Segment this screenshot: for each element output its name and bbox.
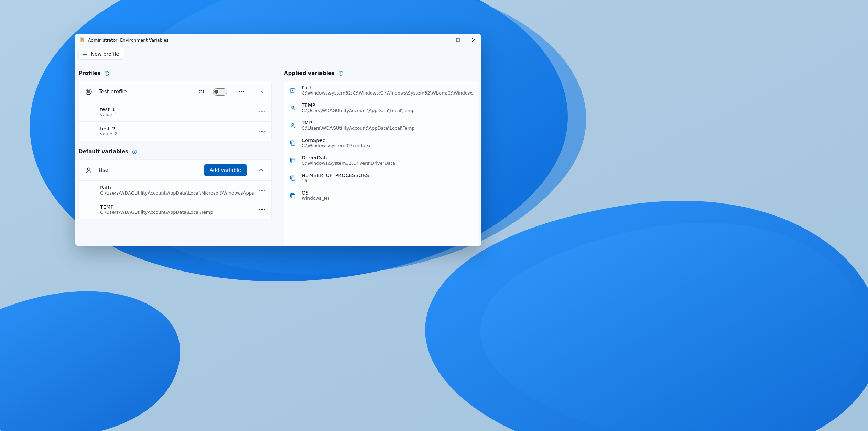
title-bar: Administrator: Environment Variables <box>75 34 481 46</box>
applied-variable-value: C:\Users\WDAGUtilityAccount\AppData\Loca… <box>302 108 473 113</box>
user-source-icon <box>289 104 296 111</box>
applied-variable-value: C:\Windows\System32\Drivers\DriverData <box>302 161 473 166</box>
applied-title: Applied variables <box>284 70 335 76</box>
svg-rect-31 <box>291 194 295 198</box>
applied-variable-value: 16 <box>302 178 473 183</box>
toolbar: + New profile <box>75 46 481 63</box>
profile-variable-row[interactable]: test_1 value_1 <box>79 102 271 121</box>
svg-point-22 <box>340 72 341 73</box>
variable-more-button[interactable] <box>257 107 267 117</box>
variable-value: C:\Users\WDAGUtilityAccount\AppData\Loca… <box>100 190 257 196</box>
applied-variable-value: C:\Windows\system32;C:\Windows;C:\Window… <box>302 90 473 96</box>
user-variables-header[interactable]: User Add variable <box>79 160 271 180</box>
svg-point-20 <box>87 168 90 170</box>
variable-more-button[interactable] <box>257 205 267 215</box>
applied-variable-row[interactable]: NUMBER_OF_PROCESSORS 16 <box>284 169 478 187</box>
default-vars-title: Default variables <box>78 148 128 155</box>
profile-card: Test profile Off test_1 value_1 <box>78 81 272 141</box>
user-variable-row[interactable]: Path C:\Users\WDAGUtilityAccount\AppData… <box>79 180 271 200</box>
svg-point-26 <box>292 106 294 108</box>
profiles-section-header: Profiles <box>78 70 272 76</box>
variable-name: test_1 <box>100 107 257 112</box>
variable-value: C:\Users\WDAGUtilityAccount\AppData\Loca… <box>100 210 257 215</box>
more-horizontal-icon <box>259 131 265 132</box>
svg-point-18 <box>134 150 135 151</box>
svg-rect-29 <box>291 159 295 163</box>
applied-variable-row[interactable]: OS Windows_NT <box>284 187 478 204</box>
variable-more-button[interactable] <box>257 126 267 136</box>
user-variable-row[interactable]: TEMP C:\Users\WDAGUtilityAccount\AppData… <box>79 200 271 219</box>
profile-icon <box>85 88 93 96</box>
svg-point-11 <box>106 72 107 73</box>
toggle-knob <box>214 90 218 94</box>
profile-toggle-label: Off <box>199 89 206 95</box>
system-source-icon <box>289 140 296 146</box>
applied-variable-name: NUMBER_OF_PROCESSORS <box>302 173 473 178</box>
profile-variable-row[interactable]: test_2 value_2 <box>79 121 271 141</box>
maximize-button[interactable] <box>450 34 466 46</box>
applied-variable-name: TMP <box>302 120 473 125</box>
app-icon <box>79 37 85 43</box>
left-column: Profiles Test profile Off <box>78 70 272 246</box>
plus-icon: + <box>82 51 87 58</box>
applied-variable-name: Path <box>302 85 473 90</box>
applied-variable-value: C:\Windows\system32\cmd.exe <box>302 143 473 148</box>
new-profile-label: New profile <box>91 51 119 57</box>
user-section-label: User <box>99 167 198 173</box>
profile-toggle[interactable] <box>213 88 227 96</box>
variable-more-button[interactable] <box>257 185 267 196</box>
variable-name: TEMP <box>100 204 257 210</box>
user-icon <box>85 166 93 174</box>
system-source-icon <box>289 192 296 199</box>
svg-rect-19 <box>134 151 134 153</box>
more-horizontal-icon <box>259 111 265 113</box>
svg-rect-7 <box>456 38 459 42</box>
info-icon[interactable] <box>104 70 109 76</box>
app-window: Administrator: Environment Variables + N… <box>75 34 481 246</box>
applied-variables-list[interactable]: A Path C:\Windows\system32;C:\Windows;C:… <box>284 81 478 246</box>
svg-rect-12 <box>106 73 107 74</box>
variable-value: value_1 <box>100 112 257 117</box>
applied-variable-value: C:\Users\WDAGUtilityAccount\AppData\Loca… <box>302 125 473 131</box>
add-variable-button[interactable]: Add variable <box>204 164 247 176</box>
applied-variable-name: ComSpec <box>302 137 473 143</box>
applied-variable-row[interactable]: ComSpec C:\Windows\system32\cmd.exe <box>284 134 478 152</box>
applied-variable-value: Windows_NT <box>302 196 473 201</box>
svg-text:A: A <box>291 89 293 92</box>
profile-header[interactable]: Test profile Off <box>79 81 271 102</box>
svg-rect-2 <box>80 38 84 42</box>
profile-expand-toggle[interactable] <box>254 85 267 98</box>
applied-variable-row[interactable]: DriverData C:\Windows\System32\Drivers\D… <box>284 152 478 169</box>
info-icon[interactable] <box>338 70 344 76</box>
applied-variable-row[interactable]: TEMP C:\Users\WDAGUtilityAccount\AppData… <box>284 99 478 117</box>
profile-name: Test profile <box>99 89 193 95</box>
content-area: Profiles Test profile Off <box>75 63 481 246</box>
svg-point-27 <box>292 123 294 125</box>
applied-variable-name: DriverData <box>302 155 473 161</box>
user-expand-toggle[interactable] <box>254 164 267 177</box>
more-horizontal-icon <box>259 209 265 210</box>
variable-value: value_2 <box>100 131 257 136</box>
applied-variable-row[interactable]: A Path C:\Windows\system32;C:\Windows;C:… <box>284 81 478 99</box>
minimize-button[interactable] <box>434 34 450 46</box>
system-source-icon <box>289 157 296 164</box>
svg-rect-28 <box>291 142 295 145</box>
user-source-icon <box>289 122 296 129</box>
profiles-title: Profiles <box>78 70 100 76</box>
new-profile-button[interactable]: + New profile <box>78 48 124 60</box>
applied-section-header: Applied variables <box>284 70 478 76</box>
applied-variable-row[interactable]: TMP C:\Users\WDAGUtilityAccount\AppData\… <box>284 117 478 134</box>
close-button[interactable] <box>466 34 481 46</box>
system-source-icon <box>289 175 296 181</box>
info-icon[interactable] <box>132 149 137 154</box>
default-vars-section-header: Default variables <box>78 148 272 155</box>
chevron-up-icon <box>259 169 263 173</box>
user-variables-card: User Add variable Path C:\Users\WDAGUtil… <box>78 159 272 219</box>
profile-more-button[interactable] <box>236 87 247 97</box>
profile-source-icon: A <box>289 87 296 94</box>
window-controls <box>434 34 481 46</box>
applied-variable-name: OS <box>302 190 473 196</box>
variable-name: test_2 <box>100 126 257 131</box>
left-scroll-area[interactable]: Test profile Off test_1 value_1 <box>78 81 272 246</box>
right-column: Applied variables A Path C:\Windows\syst… <box>284 70 478 246</box>
